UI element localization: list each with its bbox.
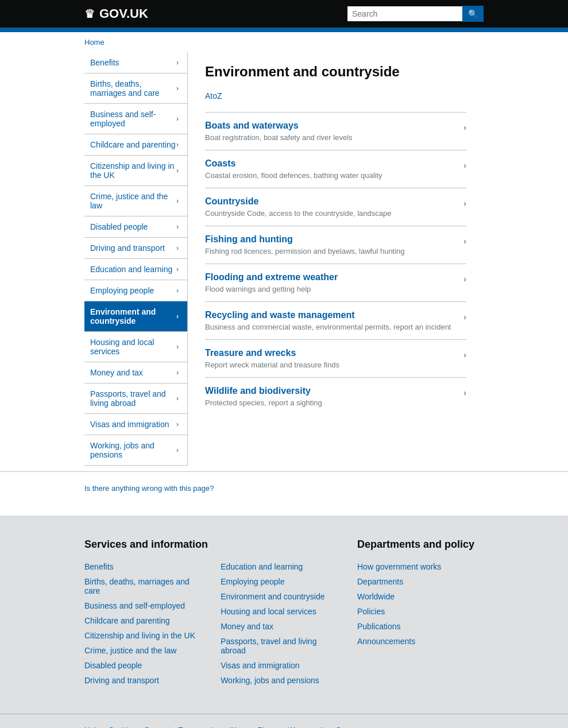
footer-dept-link[interactable]: Departments — [357, 577, 403, 586]
footer-dept-link[interactable]: Publications — [357, 622, 401, 631]
category-description: Fishing rod licences, permission and bye… — [205, 247, 458, 255]
feedback-link[interactable]: Is there anything wrong with this page? — [84, 484, 214, 493]
footer-service-link[interactable]: Childcare and parenting — [84, 616, 170, 625]
chevron-icon: › — [176, 394, 179, 402]
footer-service-link[interactable]: Benefits — [84, 562, 114, 571]
footer-service-link[interactable]: Disabled people — [84, 661, 142, 670]
list-item: How government works — [357, 562, 484, 571]
category-content: Boats and waterways Boat registration, b… — [205, 121, 458, 142]
breadcrumb: Home — [0, 32, 568, 52]
footer-bottom-link[interactable]: Help — [84, 726, 100, 728]
category-chevron-icon: › — [458, 237, 466, 246]
sidebar-item-label: Driving and transport — [90, 243, 165, 253]
chevron-icon: › — [176, 115, 179, 123]
sidebar-item-6[interactable]: Disabled people› — [84, 216, 187, 238]
category-description: Boat registration, boat safety and river… — [205, 133, 458, 142]
breadcrumb-home[interactable]: Home — [84, 38, 105, 47]
category-link[interactable]: Boats and waterways — [205, 121, 458, 131]
footer-service-link[interactable]: Driving and transport — [84, 676, 159, 685]
footer-service-link[interactable]: Passports, travel and living abroad — [221, 637, 316, 655]
footer-dept-link[interactable]: Announcements — [357, 637, 415, 646]
sidebar-item-1[interactable]: Births, deaths, marriages and care› — [84, 73, 187, 104]
chevron-icon: › — [176, 369, 179, 377]
sidebar-item-label: Benefits — [90, 58, 119, 67]
footer-dept-link[interactable]: Policies — [357, 607, 385, 616]
category-description: Flood warnings and getting help — [205, 285, 458, 293]
category-link[interactable]: Countryside — [205, 196, 458, 207]
sidebar-item-13[interactable]: Passports, travel and living abroad› — [84, 384, 187, 414]
search-button[interactable]: 🔍 — [462, 6, 484, 22]
category-link[interactable]: Fishing and hunting — [205, 234, 458, 245]
footer-service-link[interactable]: Business and self-employed — [84, 601, 185, 610]
sidebar-item-7[interactable]: Driving and transport› — [84, 238, 187, 259]
sidebar-item-3[interactable]: Childcare and parenting› — [84, 134, 187, 156]
sidebar-item-label: Housing and local services — [90, 338, 176, 356]
sidebar-item-11[interactable]: Housing and local services› — [84, 332, 187, 362]
sidebar-item-5[interactable]: Crime, justice and the law› — [84, 186, 187, 216]
footer-bottom-link[interactable]: Rhestr o Wasanaethau Cymraeg — [257, 726, 366, 728]
footer-service-link[interactable]: Education and learning — [221, 562, 303, 571]
footer-services-col1: BenefitsBirths, deaths, marriages and ca… — [84, 562, 198, 691]
category-list: Boats and waterways Boat registration, b… — [205, 112, 466, 415]
footer-dept-link[interactable]: Worldwide — [357, 592, 395, 601]
list-item: Crime, justice and the law — [84, 646, 198, 655]
sidebar-item-label: Employing people — [90, 286, 154, 295]
chevron-icon: › — [176, 446, 179, 454]
sidebar-item-15[interactable]: Working, jobs and pensions› — [84, 435, 187, 466]
sidebar-item-9[interactable]: Employing people› — [84, 280, 187, 301]
category-link[interactable]: Recycling and waste management — [205, 310, 458, 320]
sidebar-item-label: Business and self-employed — [90, 110, 176, 128]
sidebar: Benefits›Births, deaths, marriages and c… — [84, 52, 188, 466]
search-input[interactable] — [347, 6, 462, 21]
category-content: Recycling and waste management Business … — [205, 310, 458, 331]
footer-bottom-link[interactable]: Contact — [144, 726, 170, 728]
footer-service-link[interactable]: Housing and local services — [221, 607, 316, 616]
list-item: Benefits — [84, 562, 198, 571]
list-item: Money and tax — [221, 622, 334, 631]
footer-service-link[interactable]: Working, jobs and pensions — [221, 676, 319, 685]
list-item: Employing people — [221, 577, 334, 586]
footer-service-link[interactable]: Citizenship and living in the UK — [84, 631, 195, 640]
crown-icon: ♛ — [84, 7, 95, 21]
footer-service-link[interactable]: Money and tax — [221, 622, 273, 631]
list-item: Visas and immigration — [221, 661, 334, 670]
list-item: Policies — [357, 607, 484, 616]
sidebar-item-8[interactable]: Education and learning› — [84, 259, 187, 280]
footer-dept-link[interactable]: How government works — [357, 562, 441, 571]
list-item: Worldwide — [357, 592, 484, 601]
category-item-4: Flooding and extreme weather Flood warni… — [205, 264, 466, 301]
footer-bottom-link[interactable]: Terms and conditions — [179, 726, 249, 728]
category-link[interactable]: Coasts — [205, 158, 458, 169]
footer-service-link[interactable]: Crime, justice and the law — [84, 646, 176, 655]
sidebar-item-14[interactable]: Visas and immigration› — [84, 414, 187, 435]
sidebar-item-4[interactable]: Citizenship and living in the UK› — [84, 156, 187, 186]
sidebar-item-0[interactable]: Benefits› — [84, 52, 187, 73]
sidebar-item-2[interactable]: Business and self-employed› — [84, 104, 187, 134]
footer-service-link[interactable]: Environment and countryside — [221, 592, 324, 601]
footer-service-link[interactable]: Employing people — [221, 577, 284, 586]
sidebar-item-label: Working, jobs and pensions — [90, 441, 176, 459]
header-blue-bar — [0, 28, 568, 32]
list-item: Working, jobs and pensions — [221, 676, 334, 685]
category-content: Fishing and hunting Fishing rod licences… — [205, 234, 458, 255]
sidebar-item-label: Disabled people — [90, 222, 148, 231]
category-chevron-icon: › — [458, 312, 466, 322]
footer-service-link[interactable]: Visas and immigration — [221, 661, 299, 670]
chevron-icon: › — [176, 59, 179, 67]
sidebar-item-12[interactable]: Money and tax› — [84, 362, 187, 384]
category-content: Treasure and wrecks Report wreck materia… — [205, 348, 458, 369]
footer-bottom-link[interactable]: Cookies — [109, 726, 136, 728]
list-item: Environment and countryside — [221, 592, 334, 601]
sidebar-item-10[interactable]: Environment and countryside› — [84, 301, 187, 332]
gov-logo[interactable]: ♛ GOV.UK — [84, 6, 148, 21]
atoz-link[interactable]: AtoZ — [205, 91, 466, 100]
category-item-1: Coasts Coastal erosion, flood defences, … — [205, 150, 466, 188]
category-link[interactable]: Wildlife and biodiversity — [205, 386, 458, 396]
category-link[interactable]: Flooding and extreme weather — [205, 272, 458, 282]
site-footer: Services and information BenefitsBirths,… — [0, 516, 568, 728]
category-item-5: Recycling and waste management Business … — [205, 301, 466, 339]
footer-service-link[interactable]: Births, deaths, marriages and care — [84, 577, 190, 595]
footer-departments: Departments and policy How government wo… — [357, 539, 484, 691]
category-link[interactable]: Treasure and wrecks — [205, 348, 458, 358]
footer-departments-title: Departments and policy — [357, 539, 484, 551]
